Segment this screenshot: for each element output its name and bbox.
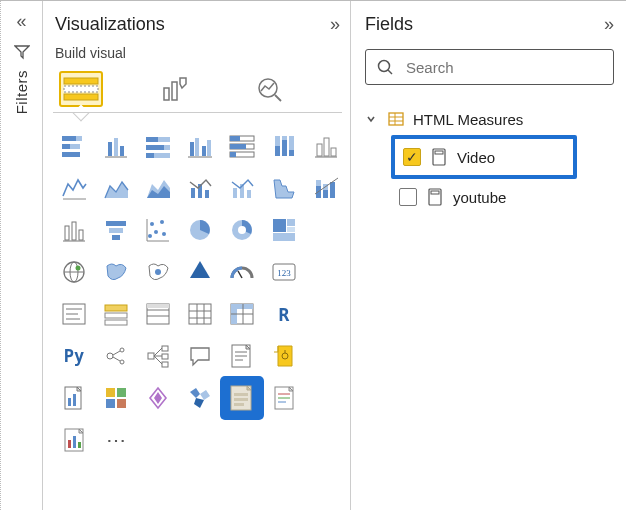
viz-pie-icon[interactable] xyxy=(181,211,219,249)
viz-key-influencers-icon[interactable] xyxy=(97,337,135,375)
viz-custom-b-icon[interactable] xyxy=(265,379,303,417)
svg-rect-51 xyxy=(233,188,237,198)
fields-tree: HTML Measures ✓ Video youtube xyxy=(365,103,614,215)
table-html-measures[interactable]: HTML Measures xyxy=(365,103,614,135)
viz-python-visual-icon[interactable]: Py xyxy=(55,337,93,375)
viz-funnel-icon[interactable] xyxy=(97,211,135,249)
viz-stacked-column-icon[interactable] xyxy=(223,127,261,165)
viz-scatter-icon[interactable] xyxy=(55,211,93,249)
viz-filled-map-icon[interactable] xyxy=(97,253,135,291)
svg-point-83 xyxy=(76,266,81,271)
filters-label: Filters xyxy=(13,70,30,114)
svg-rect-3 xyxy=(164,88,169,100)
measure-icon xyxy=(427,188,443,206)
viz-matrix-icon[interactable] xyxy=(181,295,219,333)
viz-stacked-100-bar-icon[interactable] xyxy=(139,127,177,165)
field-youtube[interactable]: youtube xyxy=(365,179,614,215)
svg-text:123: 123 xyxy=(277,268,291,278)
viz-card-icon[interactable]: 123 xyxy=(265,253,303,291)
svg-rect-116 xyxy=(162,354,168,359)
fields-collapse-button[interactable]: » xyxy=(604,14,614,35)
viz-tab-row xyxy=(55,69,340,111)
viz-smart-narrative-icon[interactable] xyxy=(223,337,261,375)
tab-build-visual[interactable] xyxy=(59,71,103,107)
field-video-highlight: ✓ Video xyxy=(391,135,577,179)
svg-point-66 xyxy=(150,222,154,226)
viz-slicer-icon[interactable] xyxy=(97,295,135,333)
visualizations-collapse-button[interactable]: » xyxy=(330,14,340,35)
chevron-down-icon[interactable] xyxy=(365,113,379,125)
viz-power-apps-icon[interactable] xyxy=(55,379,93,417)
svg-rect-135 xyxy=(234,393,248,396)
viz-waterfall-icon[interactable] xyxy=(265,169,303,207)
viz-treemap-icon[interactable] xyxy=(265,211,303,249)
viz-gauge-icon[interactable] xyxy=(223,253,261,291)
viz-kpi-icon[interactable] xyxy=(55,295,93,333)
viz-custom-a-icon[interactable] xyxy=(181,379,219,417)
viz-arcgis-icon[interactable] xyxy=(181,253,219,291)
viz-table-icon[interactable] xyxy=(139,295,177,333)
filters-expand-button[interactable]: « xyxy=(12,7,30,36)
svg-rect-23 xyxy=(190,142,194,156)
svg-rect-94 xyxy=(105,320,127,325)
svg-rect-39 xyxy=(289,150,294,156)
viz-map-icon[interactable] xyxy=(55,253,93,291)
checkbox-checked-icon[interactable]: ✓ xyxy=(403,148,421,166)
viz-stacked-area-icon[interactable] xyxy=(97,169,135,207)
svg-rect-37 xyxy=(282,140,287,156)
svg-rect-131 xyxy=(117,388,126,397)
tab-format-visual[interactable] xyxy=(153,71,197,107)
svg-rect-61 xyxy=(79,230,83,240)
svg-rect-145 xyxy=(78,442,81,448)
viz-get-more-icon[interactable] xyxy=(139,379,177,417)
search-input[interactable] xyxy=(404,58,603,77)
checkbox-icon[interactable] xyxy=(399,188,417,206)
svg-rect-161 xyxy=(431,191,439,194)
svg-rect-35 xyxy=(275,146,280,156)
svg-rect-99 xyxy=(189,304,211,324)
viz-line-stacked-column-icon[interactable] xyxy=(181,169,219,207)
svg-rect-9 xyxy=(62,144,70,149)
viz-paginated-report-icon[interactable] xyxy=(265,337,303,375)
viz-matrix-pivot-icon[interactable] xyxy=(223,295,261,333)
svg-rect-15 xyxy=(120,146,124,156)
viz-stacked-bar-icon[interactable] xyxy=(55,127,93,165)
viz-area-icon[interactable] xyxy=(55,169,93,207)
svg-rect-55 xyxy=(316,180,321,186)
fields-search[interactable] xyxy=(365,49,614,85)
viz-custom-html-icon[interactable] xyxy=(223,379,261,417)
field-label: youtube xyxy=(453,189,506,206)
viz-clustered-bar-icon[interactable] xyxy=(97,127,135,165)
svg-rect-98 xyxy=(147,304,169,308)
viz-more-button[interactable]: ⋯ xyxy=(97,421,135,459)
measure-icon xyxy=(431,148,447,166)
svg-rect-78 xyxy=(287,227,295,232)
svg-rect-40 xyxy=(317,144,322,156)
svg-rect-129 xyxy=(73,394,76,406)
viz-azure-map-icon[interactable] xyxy=(139,253,177,291)
field-video[interactable]: ✓ Video xyxy=(395,139,573,175)
viz-power-automate-icon[interactable] xyxy=(97,379,135,417)
viz-r-visual-icon[interactable]: R xyxy=(265,295,303,333)
viz-funnel-alt-icon[interactable] xyxy=(307,169,345,207)
viz-scatter-dot-icon[interactable] xyxy=(139,211,177,249)
tab-analytics[interactable] xyxy=(247,71,291,107)
filter-icon xyxy=(14,44,30,60)
svg-line-112 xyxy=(113,351,120,355)
viz-decomposition-tree-icon[interactable] xyxy=(139,337,177,375)
svg-line-118 xyxy=(154,348,162,356)
visualizations-title: Visualizations xyxy=(55,14,165,35)
viz-clustered-column-icon[interactable] xyxy=(181,127,219,165)
viz-qa-icon[interactable] xyxy=(181,337,219,375)
svg-rect-59 xyxy=(65,226,69,240)
svg-rect-11 xyxy=(62,152,80,157)
viz-ribbon-icon[interactable] xyxy=(223,169,261,207)
svg-rect-53 xyxy=(247,190,251,198)
build-visual-label: Build visual xyxy=(55,45,340,61)
viz-donut-icon[interactable] xyxy=(223,211,261,249)
viz-line-clustered-column-icon[interactable] xyxy=(139,169,177,207)
viz-custom-c-icon[interactable] xyxy=(55,421,93,459)
viz-line-icon[interactable] xyxy=(307,127,345,165)
svg-rect-77 xyxy=(287,219,295,226)
viz-stacked-100-column-icon[interactable] xyxy=(265,127,303,165)
